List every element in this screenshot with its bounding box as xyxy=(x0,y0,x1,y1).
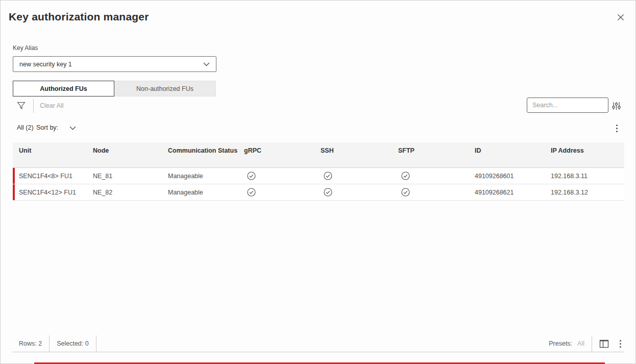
close-icon xyxy=(617,14,624,21)
cell-grpc xyxy=(238,188,314,197)
sort-by-label: Sort by: xyxy=(36,124,58,131)
filter-icon xyxy=(17,102,26,110)
cell-unit: SENC1F4<8> FU1 xyxy=(13,173,87,180)
selected-count-label: Selected: 0 xyxy=(50,340,96,347)
cell-grpc xyxy=(238,172,314,180)
filter-settings-icon xyxy=(611,101,621,111)
table-header-row: Unit Node Communication Status gRPC SSH … xyxy=(13,142,624,168)
check-circle-icon xyxy=(247,188,256,197)
filter-button[interactable] xyxy=(15,100,27,112)
table-row[interactable]: SENC1F4<8> FU1 NE_81 Manageable xyxy=(13,168,624,184)
table-row[interactable]: SENC1F4<12> FU1 NE_82 Manageable xyxy=(13,184,624,201)
cell-node: NE_81 xyxy=(87,173,162,180)
fu-tabs: Authorized FUs Non-authorized FUs xyxy=(13,81,216,96)
key-alias-select[interactable]: new security key 1 xyxy=(13,56,216,72)
divider xyxy=(96,335,96,352)
divider xyxy=(592,335,592,352)
clear-all-button[interactable]: Clear All xyxy=(40,102,64,109)
filter-toolbar: Clear All xyxy=(15,99,64,113)
search-input[interactable] xyxy=(527,98,608,113)
close-button[interactable] xyxy=(615,12,626,23)
result-count-label: All (2) xyxy=(17,124,34,131)
column-header-ip-address[interactable]: IP Address xyxy=(545,142,624,167)
page-title: Key authorization manager xyxy=(9,11,149,23)
table-footer: Rows: 2 Selected: 0 Presets: All xyxy=(13,335,624,352)
presets-all-button[interactable]: All xyxy=(577,340,584,347)
check-circle-icon xyxy=(401,188,410,197)
column-header-ssh[interactable]: SSH xyxy=(314,142,392,167)
cell-sftp xyxy=(392,188,469,197)
more-options-icon xyxy=(620,340,621,342)
divider xyxy=(33,99,34,113)
table-more-options-button[interactable] xyxy=(613,123,621,133)
cell-id: 49109268601 xyxy=(469,173,545,180)
more-options-icon xyxy=(616,125,618,126)
cell-ssh xyxy=(314,172,392,180)
presets-label: Presets: xyxy=(549,340,572,347)
fu-table: Unit Node Communication Status gRPC SSH … xyxy=(13,142,624,201)
column-header-communication-status[interactable]: Communication Status xyxy=(162,142,238,167)
column-layout-button[interactable] xyxy=(599,339,609,348)
cell-unit: SENC1F4<12> FU1 xyxy=(13,189,87,196)
filter-settings-button[interactable] xyxy=(611,101,621,111)
key-alias-value: new security key 1 xyxy=(19,61,72,68)
column-header-node[interactable]: Node xyxy=(87,142,162,167)
tab-non-authorized-fus[interactable]: Non-authorized FUs xyxy=(114,81,216,96)
key-authorization-manager-dialog: Key authorization manager Key Alias new … xyxy=(0,0,636,364)
column-layout-icon xyxy=(599,339,609,348)
cell-node: NE_82 xyxy=(87,189,162,196)
cell-ip-address: 192.168.3.12 xyxy=(545,189,624,196)
check-circle-icon xyxy=(247,172,256,180)
column-header-sftp[interactable]: SFTP xyxy=(392,142,469,167)
column-header-unit[interactable]: Unit xyxy=(13,142,87,167)
chevron-down-icon xyxy=(69,126,76,130)
sort-by-select[interactable] xyxy=(68,124,77,133)
tab-authorized-fus[interactable]: Authorized FUs xyxy=(13,81,114,96)
footer-more-options-button[interactable] xyxy=(616,338,624,349)
cell-id: 49109268621 xyxy=(469,189,545,196)
search-box xyxy=(527,98,608,113)
key-alias-label: Key Alias xyxy=(13,44,38,52)
check-circle-icon xyxy=(324,172,332,180)
check-circle-icon xyxy=(324,188,332,197)
cell-ip-address: 192.168.3.11 xyxy=(545,173,624,180)
rows-count-label: Rows: 2 xyxy=(13,340,49,347)
column-header-id[interactable]: ID xyxy=(469,142,545,167)
cell-sftp xyxy=(392,172,469,180)
column-header-grpc[interactable]: gRPC xyxy=(238,142,314,167)
check-circle-icon xyxy=(401,172,410,180)
cell-communication-status: Manageable xyxy=(162,189,238,196)
cell-ssh xyxy=(314,188,392,197)
cell-communication-status: Manageable xyxy=(162,173,238,180)
chevron-down-icon xyxy=(203,62,210,66)
